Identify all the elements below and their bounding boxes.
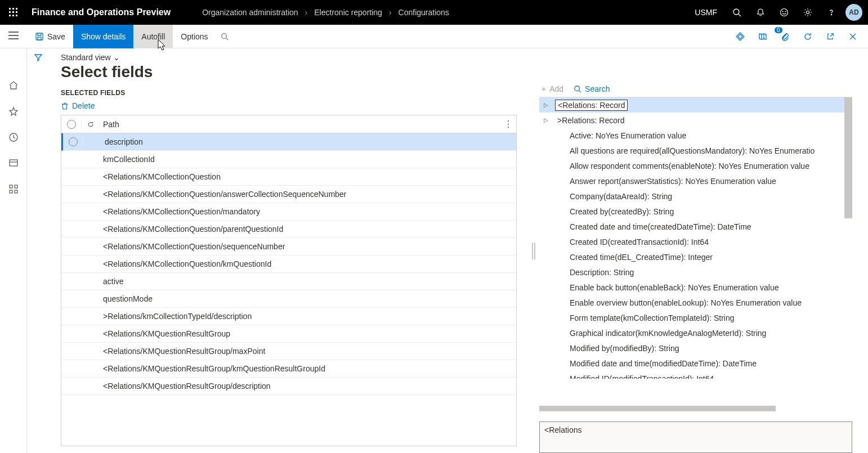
bell-icon[interactable] <box>749 0 772 25</box>
path-display: <Relations <box>539 421 852 453</box>
svg-point-15 <box>831 14 831 15</box>
table-row[interactable]: <Relations/KMCollectionQuestion/parentQu… <box>61 221 516 238</box>
add-button[interactable]: + Add <box>542 84 563 93</box>
star-icon[interactable] <box>5 102 23 120</box>
tree-label: Answer report(answerStatistics): NoYes E… <box>567 176 778 186</box>
tree-node[interactable]: Modified date and time(modifiedDateTime)… <box>539 356 852 371</box>
svg-line-22 <box>226 38 228 40</box>
tree-node[interactable]: Created time(dEL_CreatedTime): Integer <box>539 249 852 264</box>
clock-icon[interactable] <box>5 128 23 146</box>
svg-rect-19 <box>36 33 43 40</box>
select-all-column[interactable] <box>61 120 82 129</box>
delete-button[interactable]: Delete <box>61 101 517 110</box>
tree-node[interactable]: Modified ID(modifiedTransactionId): Int6… <box>539 371 852 379</box>
tree-node[interactable]: Created date and time(createdDateTime): … <box>539 219 852 234</box>
table-row[interactable]: <Relations/KMCollectionQuestion/mandator… <box>61 203 516 221</box>
table-row[interactable]: <Relations/KMCollectionQuestion <box>61 168 516 186</box>
refresh-column-icon[interactable] <box>82 121 100 128</box>
table-row[interactable]: <Relations/KMCollectionQuestion/kmQuesti… <box>61 255 516 273</box>
row-path: <Relations/KMQuestionResultGroup/kmQuest… <box>100 364 516 373</box>
splitter[interactable] <box>528 48 539 453</box>
add-label: Add <box>549 84 563 93</box>
row-select[interactable] <box>63 137 83 146</box>
options-button[interactable]: Options <box>173 25 216 48</box>
scrollbar-vertical[interactable] <box>844 97 852 218</box>
table-row[interactable]: <Relations/KMQuestionResultGroup/maxPoin… <box>61 343 516 360</box>
svg-point-9 <box>733 9 739 15</box>
diamond-icon[interactable] <box>732 28 749 45</box>
tree-node[interactable]: Enable overview button(enableLookup): No… <box>539 295 852 310</box>
tree-node[interactable]: ▷>Relations: Record <box>539 113 852 128</box>
workspace-icon[interactable] <box>5 154 23 172</box>
table-row[interactable]: kmCollectionId <box>61 151 516 168</box>
tree-node[interactable]: Graphical indicator(kmKnowledgeAnalogMet… <box>539 325 852 340</box>
tree-label: Modified date and time(modifiedDateTime)… <box>567 358 759 369</box>
smiley-icon[interactable] <box>772 0 796 25</box>
attachments-icon[interactable]: 0 <box>777 28 794 45</box>
table-row[interactable]: <Relations/KMQuestionResultGroup/descrip… <box>61 378 516 395</box>
table-row[interactable]: <Relations/KMCollectionQuestion/sequence… <box>61 238 516 255</box>
table-row[interactable]: <Relations/KMQuestionResultGroup/kmQuest… <box>61 360 516 378</box>
tree-node[interactable]: Company(dataAreaId): String <box>539 189 852 204</box>
table-row[interactable]: >Relations/kmCollectionTypeId/descriptio… <box>61 308 516 325</box>
caret-icon[interactable]: ▷ <box>544 117 555 123</box>
gear-icon[interactable] <box>796 0 820 25</box>
tree-label: Description: String <box>567 267 636 277</box>
home-icon[interactable] <box>5 77 23 95</box>
tree-node[interactable]: Modified by(modifiedBy): String <box>539 340 852 356</box>
tree-node[interactable]: Form template(kmCollectionTemplateId): S… <box>539 310 852 325</box>
table-row[interactable]: description <box>61 133 516 151</box>
autofill-button[interactable]: Autofill <box>133 25 173 48</box>
actionbar-search-icon[interactable] <box>216 25 233 48</box>
table-row[interactable]: <Relations/KMQuestionResultGroup <box>61 325 516 343</box>
popout-icon[interactable] <box>822 28 839 45</box>
map-icon[interactable] <box>754 28 771 45</box>
filter-icon[interactable] <box>34 53 43 453</box>
tree-node[interactable]: Created ID(createdTransactionId): Int64 <box>539 234 852 249</box>
app-launcher-icon[interactable] <box>0 0 27 25</box>
search-icon[interactable] <box>725 0 749 25</box>
breadcrumb-item[interactable]: Configurations <box>399 8 449 17</box>
tree-label: Created ID(createdTransactionId): Int64 <box>567 237 711 247</box>
tree-node[interactable]: Answer report(answerStatistics): NoYes E… <box>539 173 852 189</box>
options-label: Options <box>181 32 208 41</box>
hamburger-icon[interactable] <box>7 29 20 42</box>
table-row[interactable]: questionMode <box>61 290 516 308</box>
column-menu-icon[interactable]: ⋮ <box>500 119 516 129</box>
save-button[interactable]: Save <box>27 25 73 48</box>
tree-label: Enable back button(enableBack): NoYes En… <box>567 282 781 293</box>
view-selector[interactable]: Standard view ⌄ <box>61 53 517 62</box>
tree-node[interactable]: Enable back button(enableBack): NoYes En… <box>539 280 852 295</box>
svg-rect-2 <box>16 8 17 10</box>
path-header[interactable]: Path <box>100 120 500 129</box>
tree-search-button[interactable]: Search <box>574 84 610 93</box>
left-pane: Standard view ⌄ Select fields SELECTED F… <box>50 48 528 453</box>
close-icon[interactable] <box>844 28 861 45</box>
row-path: description <box>101 137 516 146</box>
show-details-button[interactable]: Show details <box>73 25 133 48</box>
tree-node[interactable]: Created by(createdBy): String <box>539 204 852 219</box>
refresh-icon[interactable] <box>799 28 816 45</box>
legal-entity[interactable]: USMF <box>687 8 725 17</box>
scrollbar-horizontal[interactable] <box>539 406 776 411</box>
actionbar-right: 0 <box>732 28 868 45</box>
modules-icon[interactable] <box>5 180 23 198</box>
tree-node[interactable]: Active: NoYes Enumeration value <box>539 128 852 143</box>
row-path: <Relations/KMQuestionResultGroup <box>100 329 516 338</box>
table-row[interactable]: <Relations/KMCollectionQuestion/answerCo… <box>61 186 516 203</box>
tree-node[interactable]: Allow respondent comments(enableNote): N… <box>539 158 852 173</box>
tree-node[interactable]: ▷<Relations: Record <box>539 97 852 113</box>
tree-node[interactable]: Description: String <box>539 264 852 280</box>
table-row[interactable]: active <box>61 273 516 290</box>
help-icon[interactable] <box>820 0 843 25</box>
row-path: <Relations/KMCollectionQuestion/sequence… <box>100 242 516 251</box>
action-bar: Save Show details Autofill Options 0 <box>0 25 868 48</box>
breadcrumb-item[interactable]: Electronic reporting <box>314 8 382 17</box>
row-path: <Relations/KMQuestionResultGroup/descrip… <box>100 382 516 391</box>
avatar[interactable]: AD <box>845 4 862 21</box>
caret-icon[interactable]: ▷ <box>544 102 555 108</box>
breadcrumb-item[interactable]: Organization administration <box>202 8 298 17</box>
svg-point-34 <box>575 86 580 91</box>
tree-node[interactable]: All questions are required(allQuestionsM… <box>539 143 852 158</box>
tree[interactable]: ▷<Relations: Record▷>Relations: RecordAc… <box>539 97 852 379</box>
